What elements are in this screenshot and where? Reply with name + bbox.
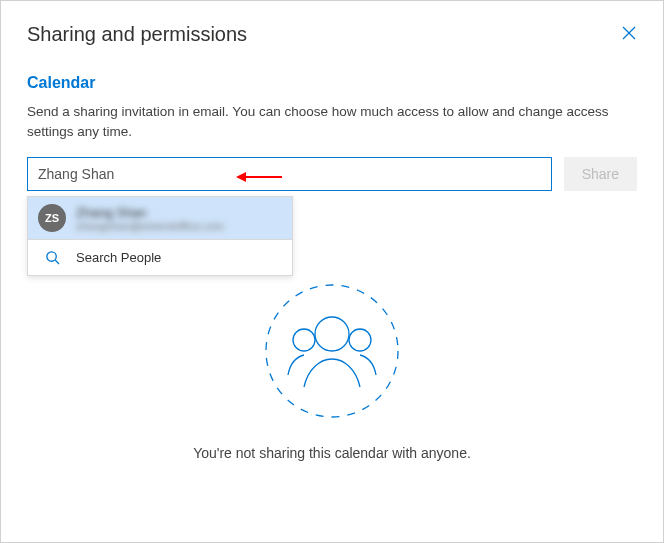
suggestion-contact[interactable]: ZS Zhang Shan zhangshan@extendoffice.com [28,197,292,240]
empty-state: You're not sharing this calendar with an… [1,277,663,461]
empty-state-text: You're not sharing this calendar with an… [193,445,471,461]
search-people-label: Search People [76,250,161,265]
share-button[interactable]: Share [564,157,637,191]
section-description: Send a sharing invitation in email. You … [27,102,637,141]
close-icon [622,26,636,44]
contact-name: Zhang Shan [76,205,224,220]
svg-line-5 [55,260,59,264]
share-input-row: Share [27,157,637,191]
calendar-section-title: Calendar [27,74,637,92]
recipient-input[interactable] [27,157,552,191]
close-button[interactable] [617,23,641,47]
search-icon [38,250,66,265]
suggestion-text: Zhang Shan zhangshan@extendoffice.com [76,205,224,232]
search-people-item[interactable]: Search People [28,240,292,275]
people-illustration-icon [258,277,406,429]
contact-email: zhangshan@extendoffice.com [76,220,224,232]
svg-point-4 [46,252,55,261]
avatar: ZS [38,204,66,232]
svg-point-8 [293,329,315,351]
people-suggestion-dropdown: ZS Zhang Shan zhangshan@extendoffice.com… [27,196,293,276]
svg-point-9 [349,329,371,351]
sharing-permissions-panel: Sharing and permissions Calendar Send a … [1,1,663,542]
svg-point-7 [315,317,349,351]
panel-title: Sharing and permissions [27,23,637,46]
